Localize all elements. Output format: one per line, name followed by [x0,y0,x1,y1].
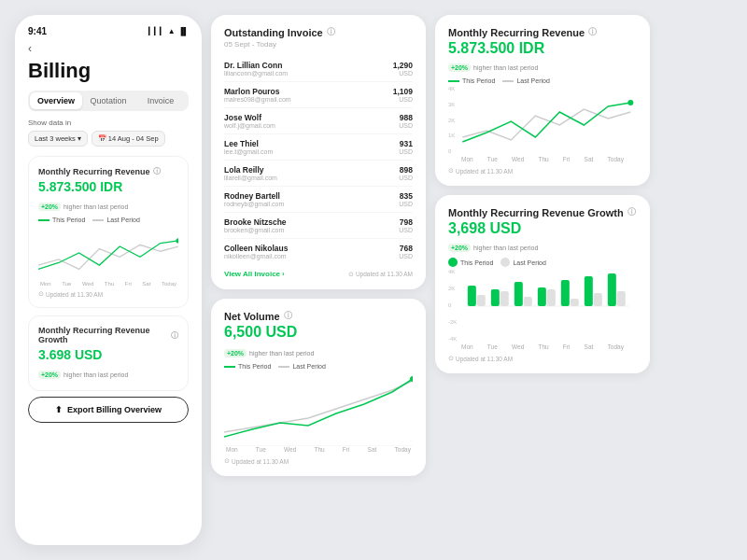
outstanding-updated: ⊙ Updated at 11.30 AM [348,271,413,278]
svg-rect-15 [585,276,593,306]
mrr-legend-row: This Period Last Period [448,77,637,84]
show-data-label: Show data in [28,119,189,127]
invoice-row: Brooke Nitzschebrooken@gmail.com 798USD [224,213,413,239]
tab-overview[interactable]: Overview [30,92,82,109]
mrr-x-axis: Mon Tue Wed Thu Fri Sat Today [448,156,637,162]
phone-mrr-growth-amount: 3.698 USD [38,347,178,362]
view-all-button[interactable]: View All Invoice › [224,270,285,278]
svg-rect-18 [617,291,626,306]
net-volume-card: Net Volume ⓘ 6,500 USD +20% higher than … [211,299,426,476]
period-filter[interactable]: Last 3 weeks ▾ [28,131,88,147]
mrr-right-updated: ⊙ Updated at 11.30 AM [448,167,637,175]
tab-bar: Overview Quotation Invoice [28,91,189,111]
export-label: Export Billing Overview [67,405,162,414]
filter2-label: 14 Aug - 04 Sep [108,134,159,143]
mrr-gray-icon [502,80,514,82]
svg-rect-13 [561,280,570,306]
nv-updated: ⊙ Updated at 11.30 AM [224,457,413,465]
signal-icon: ▎▎▎ [148,27,165,35]
export-icon: ⬆ [55,405,63,414]
middle-panel: Outstanding Invoice ⓘ 05 Sept - Today Dr… [211,15,426,545]
mrr-growth-x-axis: Mon Tue Wed Thu Fri Sat Today [448,343,637,350]
mrr-growth-badge: +20% higher than last period [448,244,538,252]
phone-mrr-title: Monthly Recurring Revenue ⓘ [38,166,178,176]
svg-rect-16 [594,293,602,306]
dashboard: 9:41 ▎▎▎ ▲ ▐▌ ‹ Billing Overview Quotati… [0,0,747,560]
mrr-right-card: Monthly Recurring Revenue ⓘ 5.873.500 ID… [435,15,650,186]
mrr-growth-legend: This Period Last Period [448,258,637,267]
phone-mrr-card: Monthly Recurring Revenue ⓘ 5.873.500 ID… [28,156,189,308]
mrr-green-icon [448,80,459,82]
invoice-row: Dr. Lillian Connlilianconn@gmail.com 1,2… [224,56,413,82]
mrr-right-chart [457,86,637,156]
gray-line-icon [92,219,104,221]
info-icon: ⓘ [153,166,161,176]
svg-point-0 [176,238,178,243]
legend-row: This Period Last Period [38,217,178,223]
mrr-growth-green-dot [448,258,458,267]
mrr-growth-info-icon: ⓘ [627,206,636,218]
outstanding-date: 05 Sept - Today [224,40,413,49]
view-all-row: View All Invoice › ⊙ Updated at 11.30 AM [224,270,413,278]
phone-mrr-growth-badge: +20% higher than last period [38,371,128,379]
date-filter[interactable]: 📅 14 Aug - 04 Sep [92,131,165,147]
chevron-down-icon: ▾ [78,134,81,143]
outstanding-info-icon: ⓘ [327,26,335,38]
nv-legend-row: This Period Last Period [224,363,413,370]
mrr-badge-pct: +20% [448,63,471,72]
calendar-icon: 📅 [98,134,106,143]
clock-icon2: ⊙ [348,271,354,278]
outstanding-title: Outstanding Invoice ⓘ [224,26,413,38]
tab-invoice[interactable]: Invoice [134,92,187,109]
phone-mrr-growth-card: Monthly Recurring Revenue Growth ⓘ 3.698… [28,315,189,391]
arrow-icon: › [282,270,285,278]
mrr-growth-y-axis: 4K 2K 0 -2K -4K [448,269,457,343]
mrr-right-chart-wrap: 4K 3K 2K 1K 0 [448,86,637,156]
mrr-right-amount: 5.873.500 IDR [448,40,637,57]
green-line-icon [38,219,49,221]
clock-icon5: ⊙ [448,355,454,362]
mrr-growth-amount: 3,698 USD [448,220,637,237]
svg-rect-10 [524,297,532,306]
nv-badge-text: higher than last period [249,350,314,357]
invoice-row: Colleen Nikolausnikolleen@gmail.com 768U… [224,239,413,264]
phone-mrr-badge: +20% higher than last period [38,203,128,211]
mrr-growth-badge-pct: +20% [448,244,471,252]
export-button[interactable]: ⬆ Export Billing Overview [28,397,189,423]
net-volume-title: Net Volume ⓘ [224,310,413,322]
clock-icon4: ⊙ [448,167,454,175]
x-axis: Mon Tue Wed Thu Fri Sat Today [38,281,178,287]
badge-pct2: +20% [38,371,61,379]
clock-icon: ⊙ [38,290,44,298]
status-bar: 9:41 ▎▎▎ ▲ ▐▌ [28,26,189,36]
svg-rect-8 [500,291,509,306]
wifi-icon: ▲ [168,27,176,35]
invoice-row: Marlon Pourosmalres098@gmail.com 1,109US… [224,82,413,108]
nv-badge: +20% higher than last period [224,349,314,357]
mrr-badge-text: higher than last period [473,64,538,71]
invoice-row: Lee Thiellee.t@gmail.com 931USD [224,134,413,161]
svg-rect-7 [491,289,500,306]
mrr-info-icon: ⓘ [588,26,597,38]
badge-text: higher than last period [63,203,128,210]
invoice-list: Dr. Lillian Connlilianconn@gmail.com 1,2… [224,56,413,264]
outstanding-card: Outstanding Invoice ⓘ 05 Sept - Today Dr… [211,15,426,289]
right-panel: Monthly Recurring Revenue ⓘ 5.873.500 ID… [435,15,650,545]
legend-this-period: This Period [38,217,85,223]
clock-icon3: ⊙ [224,457,230,465]
nv-legend-last: Last Period [278,363,325,370]
mrr-right-title: Monthly Recurring Revenue ⓘ [448,26,637,38]
phone-mrr-amount: 5.873.500 IDR [38,179,178,194]
net-volume-amount: 6,500 USD [224,324,413,341]
filter1-label: Last 3 weeks [35,134,76,143]
tab-quotation[interactable]: Quotation [82,92,134,109]
info-icon2: ⓘ [171,330,178,341]
phone-title: Billing [28,59,189,83]
nv-x-axis: Mon Tue Wed Thu Fri Sat Today [224,446,413,453]
nv-badge-pct: +20% [224,349,247,357]
back-button[interactable]: ‹ [28,42,189,55]
mrr-growth-legend-this: This Period [448,258,493,267]
legend-last-period: Last Period [92,217,139,223]
phone-mrr-chart [38,225,178,281]
svg-point-3 [628,100,634,105]
